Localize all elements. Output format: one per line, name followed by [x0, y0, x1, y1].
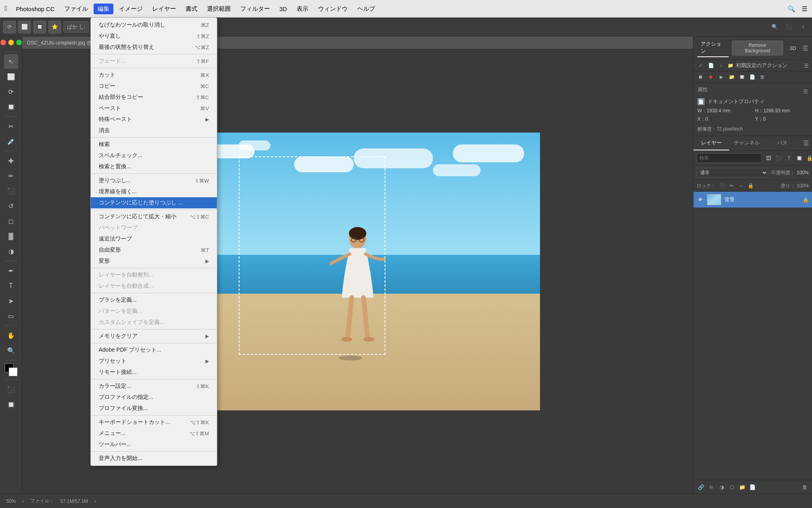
new-action-btn[interactable]: 📁 [728, 73, 735, 81]
menu-item-41[interactable]: プロファイルの指定... [91, 392, 217, 403]
background-color[interactable] [9, 368, 17, 376]
magic-wand-tool[interactable]: 🔲 [4, 100, 18, 114]
filter-adjust-icon[interactable]: ⬛ [774, 154, 783, 162]
duplicate-btn[interactable]: 📄 [748, 73, 756, 81]
action-doc-icon[interactable]: 📄 [707, 62, 715, 69]
menu-help[interactable]: ヘルプ [353, 4, 379, 14]
brush-tool[interactable]: ✏ [4, 169, 18, 183]
menu-item-34[interactable]: メモリをクリア▶ [91, 331, 217, 342]
menu-item-7[interactable]: コピー⌘C [91, 81, 217, 92]
zoom-tool[interactable]: 🔍 [4, 343, 18, 358]
panel-menu-icon[interactable]: ☰ [802, 44, 808, 52]
path-select-tool[interactable]: ➤ [4, 294, 18, 308]
fx-icon[interactable]: fx [707, 483, 716, 491]
stamp-tool[interactable]: ⬛ [4, 184, 18, 198]
menu-item-25[interactable]: 変形▶ [91, 256, 217, 267]
type-tool[interactable]: T [4, 279, 18, 293]
menu-edit[interactable]: 編集 [94, 4, 113, 14]
menu-select[interactable]: 選択範囲 [203, 4, 235, 14]
menu-item-18[interactable]: 境界線を描く... [91, 186, 217, 197]
lasso-tool[interactable]: ⟳ [4, 85, 18, 99]
changescreen-btn[interactable]: 🔲 [4, 397, 18, 412]
actions-tab[interactable]: アクション [697, 39, 729, 57]
menu-item-10[interactable]: 特殊ペースト▶ [91, 114, 217, 125]
menu-item-37[interactable]: プリセット▶ [91, 356, 217, 367]
action-arrow-icon[interactable]: › [717, 62, 725, 69]
layer-visibility-eye[interactable]: 👁 [697, 196, 704, 203]
menu-image[interactable]: イメージ [115, 4, 147, 14]
mask-icon[interactable]: ◑ [717, 483, 726, 491]
properties-menu[interactable]: ☰ [803, 89, 808, 94]
menu-item-42[interactable]: プロファイル変換... [91, 403, 217, 414]
menu-window[interactable]: ウィンドウ [314, 4, 352, 14]
paths-tab[interactable]: パス [764, 136, 800, 150]
blend-mode-select[interactable]: 通常 [697, 168, 768, 177]
marquee-tool[interactable]: ⬜ [4, 69, 18, 84]
heal-tool[interactable]: ✚ [4, 154, 18, 168]
menu-item-15[interactable]: 検索と置換... [91, 161, 217, 172]
record-btn[interactable]: ⏺ [707, 73, 715, 81]
stop-btn[interactable]: ⏹ [697, 73, 705, 81]
menu-item-2[interactable]: 最後の状態を切り替え⌥⌘Z [91, 42, 217, 53]
menu-item-11[interactable]: 消去 [91, 125, 217, 136]
move-tool[interactable]: ↖ [4, 54, 18, 69]
adjustment-icon[interactable]: ⬡ [728, 483, 736, 491]
lock-all-icon[interactable]: 🔒 [747, 182, 755, 190]
menu-item-19[interactable]: コンテンツに応じた塗りつぶし ... [91, 197, 217, 208]
menu-filter[interactable]: フィルター [236, 4, 274, 14]
actions-menu-icon[interactable]: ☰ [804, 63, 809, 69]
menu-item-6[interactable]: カット⌘X [91, 69, 217, 81]
menu-item-9[interactable]: ペースト⌘V [91, 103, 217, 114]
share-btn[interactable]: ↑ [798, 21, 809, 33]
menu-item-13[interactable]: 検索 [91, 139, 217, 150]
background-layer-item[interactable]: 👁 背景 🔒 [693, 192, 812, 208]
menu-photoshop[interactable]: Photoshop CC [12, 4, 59, 14]
menu-item-17[interactable]: 塗りつぶし...⇧⌘W [91, 175, 217, 186]
menu-item-8[interactable]: 結合部分をコピー⇧⌘C [91, 92, 217, 103]
menu-item-40[interactable]: カラー設定...⇧⌘K [91, 381, 217, 392]
menu-item-21[interactable]: コンテンツに応じて拡大・縮小⌥⇧⌘C [91, 211, 217, 222]
new-action-set-btn[interactable]: 🔲 [738, 73, 746, 81]
status-arrow[interactable]: › [22, 498, 24, 504]
gradient-tool[interactable]: ▓ [4, 229, 18, 243]
close-window-btn[interactable] [0, 40, 6, 45]
history-brush-tool[interactable]: ↺ [4, 199, 18, 213]
magic-wand-btn[interactable]: ⭐ [48, 21, 61, 33]
move-tool-btn[interactable]: ⟳ [3, 21, 16, 33]
play-btn[interactable]: ▶ [717, 73, 725, 81]
filter-shape-icon[interactable]: 🔲 [795, 154, 804, 162]
filter-type-icon[interactable]: T [785, 154, 793, 162]
menu-type[interactable]: 書式 [182, 4, 201, 14]
filter-smart-icon[interactable]: 🔒 [805, 154, 812, 162]
menu-item-44[interactable]: キーボードショートカット...⌥⇧⌘K [91, 417, 217, 428]
menu-3d[interactable]: 3D [276, 4, 291, 14]
menu-item-30[interactable]: ブラシを定義... [91, 294, 217, 306]
shape-tool[interactable]: ▭ [4, 309, 18, 323]
layers-tab[interactable]: レイヤー [693, 136, 729, 150]
menu-item-0[interactable]: なげなわツールの取り消し⌘Z [91, 19, 217, 31]
workspace-icon[interactable]: ☰ [802, 5, 807, 13]
menu-item-46[interactable]: ツールバー... [91, 439, 217, 450]
minimize-window-btn[interactable] [8, 40, 14, 45]
search-icon[interactable]: 🔍 [787, 5, 795, 13]
menu-item-48[interactable]: 音声入力を開始... [91, 453, 217, 464]
new-layer-icon[interactable]: 📄 [748, 483, 757, 491]
menu-item-36[interactable]: Adobe PDF プリセット... [91, 344, 217, 356]
maximize-window-btn[interactable] [16, 40, 22, 45]
menu-layer[interactable]: レイヤー [148, 4, 180, 14]
menu-file[interactable]: ファイル [60, 4, 92, 14]
pen-tool[interactable]: ✒ [4, 264, 18, 278]
delete-action-btn[interactable]: 🗑 [758, 73, 766, 81]
eyedropper-tool[interactable]: 💉 [4, 134, 18, 148]
action-check-icon[interactable]: ✓ [697, 62, 705, 69]
lock-pixels-icon[interactable]: ⬛ [718, 182, 726, 190]
menu-item-23[interactable]: 遠近法ワープ [91, 233, 217, 244]
menu-item-14[interactable]: スペルチェック... [91, 150, 217, 161]
workspaces-btn[interactable]: ⬛ [783, 21, 795, 33]
lock-paint-icon[interactable]: ✏ [728, 182, 735, 190]
marquee-btn[interactable]: ⬜ [18, 21, 31, 33]
menu-item-24[interactable]: 自由変形⌘T [91, 244, 217, 256]
menu-item-45[interactable]: メニュー...⌥⇧⌘M [91, 428, 217, 439]
layers-panel-menu[interactable]: ☰ [800, 136, 812, 150]
folder-icon[interactable]: 📁 [738, 483, 747, 491]
